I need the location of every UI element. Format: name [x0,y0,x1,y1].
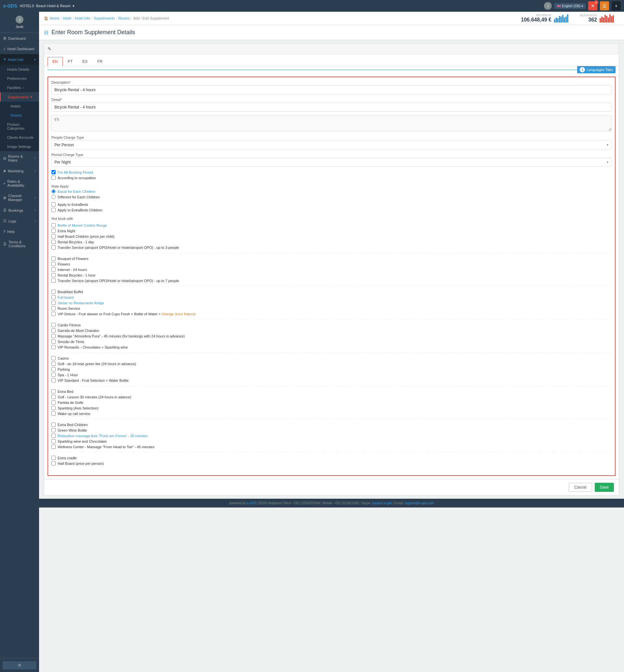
notbook-checkbox[interactable] [51,245,56,250]
hotel-selector[interactable]: HOTELS Beach Hotel & Resort ▾ [20,4,75,8]
sidebar-item-label: Bookings [8,208,23,213]
sidebar-item-hotel-dashboard[interactable]: ⌂ Hotel Dashboard [0,44,39,54]
sidebar-item-channel-manager[interactable]: ⊞ Channel Manager › [0,191,39,205]
notbook-checkbox[interactable] [51,433,56,438]
equal-children-radio[interactable] [51,189,56,194]
settings-button[interactable]: ⚙ [3,661,36,669]
notbook-checkbox[interactable] [51,278,56,283]
notbook-checkbox[interactable] [51,268,56,272]
sidebar-item-hotel-info[interactable]: ✦ Hotel Info ▾ [0,54,39,65]
tab-fr[interactable]: FR [93,57,107,66]
grid-button[interactable]: ☰ [600,1,609,10]
notbook-checkbox[interactable] [51,295,56,299]
notbook-checkbox[interactable] [51,422,56,427]
occupation-checkbox[interactable] [51,176,56,180]
notbook-item: Sparkling (Axis Selection) [51,406,612,410]
notbook-checkbox[interactable] [51,340,56,344]
notbook-checkbox[interactable] [51,400,56,404]
notbook-checkbox[interactable] [51,312,56,316]
sidebar-item-rooms-rates[interactable]: ⊟ Rooms & Rates › [0,151,39,166]
notbook-label: Garrafa de Moet Chandon [58,329,99,332]
notbook-checkbox[interactable] [51,395,56,399]
notbook-checkbox[interactable] [51,334,56,338]
footer-link-email[interactable]: support@e-gds.com [405,501,434,505]
notbook-checkbox[interactable] [51,428,56,432]
different-children-radio[interactable] [51,195,56,199]
breadcrumb-hotel[interactable]: Hotel [63,16,71,20]
notbook-checkbox[interactable] [51,345,56,349]
tab-es[interactable]: ES [77,57,93,66]
footer-link-egds[interactable]: e-GDS [247,501,257,505]
cancel-button[interactable]: Cancel [569,483,592,492]
sidebar-item-help[interactable]: ? Help [0,226,39,237]
sidebar-item-logs[interactable]: ☷ Logs › [0,216,39,226]
notbook-checkbox[interactable] [51,273,56,277]
notbook-checkbox[interactable] [51,356,56,360]
header-stats: REVENUE 106.648,49 € [521,14,619,23]
notbook-checkbox[interactable] [51,389,56,394]
notbook-checkbox[interactable] [51,306,56,310]
tab-en[interactable]: EN [48,57,63,66]
notbook-checkbox[interactable] [51,328,56,332]
footer-link-skype[interactable]: support.e-gds [372,501,392,505]
notbook-checkbox[interactable] [51,373,56,377]
extrabeds-children-checkbox[interactable] [51,208,56,212]
breadcrumb-hotel-info[interactable]: Hotel Info [75,16,90,20]
notbook-checkbox[interactable] [51,456,56,460]
notbook-checkbox[interactable] [51,445,56,449]
notbook-checkbox[interactable] [51,256,56,260]
sidebar-item-bookings[interactable]: ☰ Bookings › [0,205,39,216]
sidebar-sub-image-settings[interactable]: Image Settings [0,142,39,151]
notbook-checkbox[interactable] [51,290,56,294]
sidebar-item-marketing[interactable]: ◈ Marketing › [0,166,39,176]
detail-input[interactable] [51,103,612,112]
breadcrumb-supplements[interactable]: Supplements [94,16,114,20]
save-button[interactable]: Save [595,483,614,492]
notbook-checkbox[interactable] [51,362,56,366]
notbook-checkbox[interactable] [51,262,56,266]
description-input[interactable] [51,85,612,95]
notbook-item: Golf - Lesson 30 minutes (24 hours in ad… [51,395,612,399]
plus-button[interactable]: + [612,1,621,10]
chevron-right-icon: › [35,209,36,212]
notbook-checkbox[interactable] [51,240,56,244]
breadcrumb-rooms[interactable]: Rooms [119,16,130,20]
for-all-booking-checkbox[interactable] [51,170,56,174]
breadcrumb-home[interactable]: Home [50,16,59,20]
notbook-checkbox[interactable] [51,234,56,239]
sidebar-sub-label: Preferences [7,77,26,80]
notbook-checkbox[interactable] [51,412,56,416]
notbook-checkbox[interactable] [51,301,56,305]
notbook-checkbox[interactable] [51,323,56,327]
sidebar-sub-clients-accounts[interactable]: Clients Accounts [0,133,39,142]
language-selector[interactable]: 🇬🇧 English (GB) ▾ [554,3,586,9]
extra-textarea[interactable] [51,115,612,131]
sidebar-item-terms[interactable]: ☰ Terms & Conditions [0,237,39,251]
notbook-checkbox[interactable] [51,461,56,466]
notbook-checkbox[interactable] [51,223,56,227]
sidebar-sub-hotels[interactable]: Hotels [0,102,39,111]
people-charge-label: People Charge Type [51,135,612,140]
edit-icon[interactable]: ✎ [48,46,51,51]
sidebar-sub-product-categories[interactable]: Product Categories [0,120,39,133]
notbook-checkbox[interactable] [51,406,56,410]
people-charge-select[interactable]: Per Person Per Room [51,141,612,150]
sidebar-sub-facilities[interactable]: Facilities › [0,83,39,92]
tab-pt[interactable]: PT [63,57,77,66]
sidebar-item-dashboard[interactable]: ⊞ Dashboard [0,33,39,44]
sidebar-sub-hotels-details[interactable]: Hotels Details [0,65,39,74]
extrabeds-checkbox[interactable] [51,202,56,206]
sidebar-sub-rooms[interactable]: Rooms [0,111,39,120]
channel-icon: ⊞ [3,196,6,200]
sidebar-item-rates-availability[interactable]: + Rates & Availability [0,176,39,191]
notbook-checkbox[interactable] [51,439,56,443]
content-area: 🏠 Home / Hotel / Hotel Info / Supplement… [39,12,624,672]
notbook-checkbox[interactable] [51,229,56,233]
sidebar-sub-supplements[interactable]: Supplements ▾ [0,92,39,102]
notbook-label: Internet - 24 hours [58,268,87,272]
sidebar-sub-preferences[interactable]: Preferences [0,74,39,83]
notbook-checkbox[interactable] [51,367,56,371]
notbook-checkbox[interactable] [51,378,56,382]
period-charge-select[interactable]: Per Night Per Stay [51,158,612,167]
description-group: Description* [51,80,612,95]
